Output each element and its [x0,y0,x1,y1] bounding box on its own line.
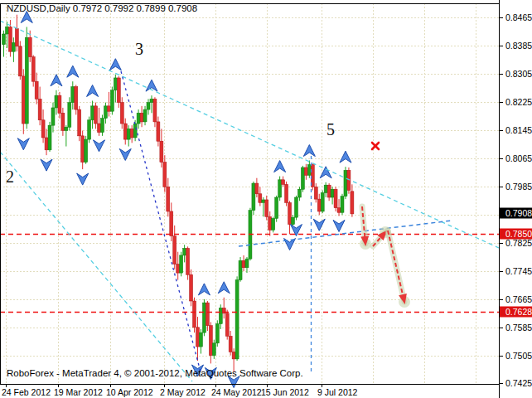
candle-bearish [98,124,101,133]
candle-bearish [282,180,285,185]
price-label: 0.8225 [505,97,532,107]
candle-bearish [190,274,193,301]
candle-bullish [202,303,206,332]
candle-bullish [294,197,297,217]
wave-label-3[interactable]: 3 [135,40,143,58]
candle-bearish [35,81,38,99]
price-label: 0.7665 [505,294,532,304]
candle-bullish [331,189,334,197]
candle-bearish [314,187,317,199]
candle-bullish [235,280,239,359]
fractal-up-icon [198,284,210,295]
price-label: 0.7505 [505,351,532,361]
candle-bearish [18,46,22,76]
candle-bearish [120,103,123,124]
candle-bullish [55,95,58,108]
candle-bullish [262,200,265,202]
candle-bullish [301,167,304,189]
price-scale[interactable]: 0.84650.83850.83050.82250.81450.80650.79… [499,12,532,388]
price-box-label: 0.7850 [505,229,532,239]
candle-bullish [147,103,150,109]
candle-bullish [344,170,347,196]
candle-bullish [239,260,242,279]
fractal-up-icon [340,151,351,163]
price-label: 0.8065 [505,153,532,163]
time-label: 24 Feb 2012 [2,387,51,397]
candle-bullish [275,197,278,218]
candle-bearish [170,211,173,236]
candle-bearish [153,99,157,122]
fractal-up-icon [51,75,62,86]
candle-bullish [150,99,153,102]
candle-bullish [71,87,75,103]
candle-bullish [48,125,51,150]
candle-bearish [75,87,78,110]
candle-bullish [341,197,344,212]
candle-bearish [28,37,31,56]
candle-bearish [327,185,331,197]
candle-bullish [85,139,88,163]
candle-bearish [242,260,245,267]
fractal-up-icon [274,161,286,172]
candle-bearish [45,138,48,150]
candle-bullish [68,103,71,128]
candle-bearish [268,216,272,230]
candle-bearish [81,136,85,163]
fractal-up-icon [320,167,331,178]
price-label: 0.8305 [505,69,532,79]
candle-bearish [351,192,354,214]
candle-bearish [117,78,120,103]
candle-bearish [255,183,259,194]
candle-bearish [130,129,133,138]
candle-bearish [337,208,341,213]
wave-label-2[interactable]: 2 [6,167,14,186]
time-label: 10 Apr 2012 [106,387,153,397]
candle-bullish [5,27,8,34]
candle-bullish [324,185,327,192]
grid-layer [0,3,499,384]
candle-bullish [272,218,275,230]
candle-bearish [58,95,61,113]
forecast-arrow-line[interactable] [388,231,403,295]
fractal-up-icon [303,145,315,157]
candle-bearish [225,313,229,337]
candle-bullish [297,189,301,197]
fractal-up-icon [87,85,99,96]
candle-bearish [232,352,235,358]
time-label: 9 Jul 2012 [317,387,358,397]
wave-label-5[interactable]: 5 [326,120,335,138]
fractal-down-icon [41,159,52,171]
candle-bullish [180,255,183,273]
candle-bearish [22,76,25,124]
chart-objects-layer: 235 [0,12,499,388]
candle-bearish [304,167,307,175]
candle-bearish [285,184,288,202]
candle-bullish [245,259,249,268]
candle-bearish [8,27,12,52]
candle-bearish [317,199,321,211]
time-label: 15 Jun 2012 [261,387,309,397]
fractal-down-icon [94,140,105,152]
candle-bearish [123,124,127,139]
chart-canvas[interactable]: 235 0.84650.83850.83050.82250.81450.8065… [0,0,532,398]
price-box-label: 0.7628 [505,307,532,317]
candle-bullish [215,324,219,343]
candle-bullish [114,78,117,90]
candle-bullish [307,165,311,176]
candle-bearish [160,141,163,162]
trendline-wave3-decline[interactable] [121,71,201,375]
fractal-down-icon [333,220,345,231]
time-label: 2 May 2012 [160,387,206,397]
candle-bearish [163,163,167,187]
fractal-down-icon [17,138,29,150]
candle-bullish [183,248,186,255]
price-box-label: 0.7908 [505,208,532,218]
candle-bullish [51,108,55,125]
candle-bearish [15,29,18,46]
candle-bearish [209,326,212,356]
candle-bearish [78,109,81,136]
candle-bearish [61,113,65,130]
time-scale[interactable]: 24 Feb 201219 Mar 201210 Apr 20122 May 2… [2,384,358,397]
candle-bearish [334,189,337,207]
candles-layer [2,15,354,372]
